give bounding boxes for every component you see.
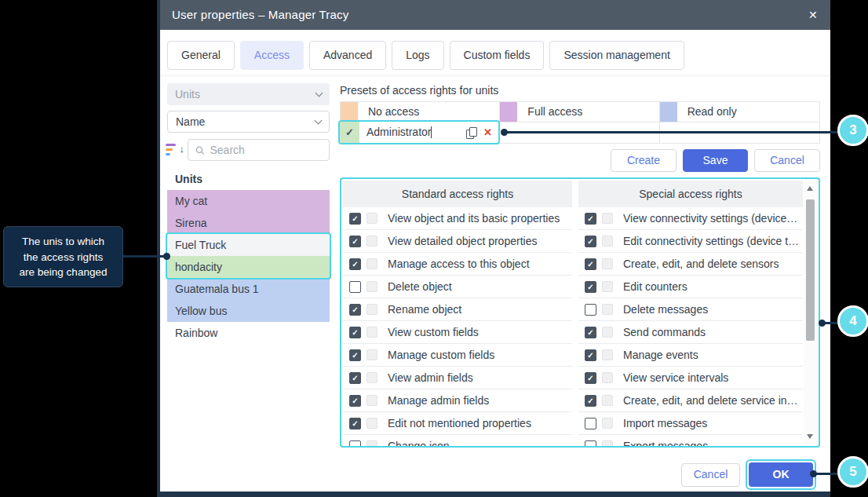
right-row[interactable]: View custom fields (343, 321, 572, 344)
right-checkbox[interactable] (349, 418, 361, 429)
right-checkbox[interactable] (349, 327, 361, 338)
name-filter-dropdown[interactable]: Name (167, 111, 330, 133)
right-checkbox[interactable] (585, 236, 596, 247)
unit-row[interactable]: Yellow bus (167, 300, 330, 322)
scroll-down-icon[interactable] (807, 434, 813, 439)
right-secondary-checkbox[interactable] (602, 327, 613, 338)
right-checkbox[interactable] (349, 304, 361, 316)
right-secondary-checkbox[interactable] (602, 213, 613, 224)
right-row[interactable]: View service intervals (578, 367, 803, 389)
right-checkbox[interactable] (585, 258, 596, 270)
unit-row[interactable]: Rainbow (167, 322, 330, 344)
right-checkbox[interactable] (349, 440, 361, 448)
right-checkbox[interactable] (585, 418, 596, 429)
right-secondary-checkbox[interactable] (367, 281, 377, 292)
preset-name-input[interactable]: Administrator (359, 122, 432, 143)
right-checkbox[interactable] (349, 281, 361, 293)
right-secondary-checkbox[interactable] (602, 281, 613, 292)
right-checkbox[interactable] (585, 281, 596, 293)
unit-row[interactable]: hondacity (167, 256, 330, 278)
right-row[interactable]: Edit connectivity settings (device type,… (578, 230, 803, 253)
search-input[interactable] (210, 144, 323, 156)
right-secondary-checkbox[interactable] (602, 236, 613, 247)
right-row[interactable]: View admin fields (343, 367, 572, 389)
right-checkbox[interactable] (585, 304, 596, 316)
right-secondary-checkbox[interactable] (367, 440, 377, 448)
right-secondary-checkbox[interactable] (367, 395, 377, 406)
right-secondary-checkbox[interactable] (367, 213, 377, 224)
right-row[interactable]: Create, edit, and delete service interva… (578, 389, 803, 412)
right-checkbox[interactable] (585, 327, 596, 338)
right-secondary-checkbox[interactable] (602, 304, 613, 315)
right-row[interactable]: Manage access to this object (343, 253, 572, 276)
right-secondary-checkbox[interactable] (367, 372, 377, 383)
right-secondary-checkbox[interactable] (602, 418, 613, 429)
tab-general[interactable]: General (167, 41, 235, 70)
right-secondary-checkbox[interactable] (367, 327, 377, 338)
right-checkbox[interactable] (349, 372, 361, 384)
right-row[interactable]: Delete messages (578, 298, 803, 321)
create-button[interactable]: Create (611, 149, 677, 172)
right-secondary-checkbox[interactable] (367, 258, 377, 269)
copy-icon[interactable] (466, 127, 477, 138)
remove-icon[interactable]: ✕ (483, 122, 492, 143)
search-box[interactable] (188, 139, 330, 161)
scrollbar-thumb[interactable] (806, 199, 815, 341)
unit-row[interactable]: My cat (167, 190, 330, 212)
right-row[interactable]: View detailed object properties (343, 230, 572, 253)
right-secondary-checkbox[interactable] (602, 440, 613, 448)
tab-access[interactable]: Access (240, 41, 304, 70)
right-secondary-checkbox[interactable] (367, 349, 377, 360)
right-row[interactable]: Export messages (578, 435, 803, 448)
right-row[interactable]: Change icon (343, 435, 572, 448)
right-row[interactable]: Edit counters (578, 276, 803, 298)
sort-icon[interactable]: ↓ (166, 142, 184, 158)
unit-row[interactable]: Sirena (167, 212, 330, 234)
tab-advanced[interactable]: Advanced (309, 41, 386, 70)
right-secondary-checkbox[interactable] (367, 236, 377, 247)
ok-button[interactable]: OK (749, 462, 813, 487)
preset-full-access[interactable]: Full access (500, 102, 659, 122)
right-checkbox[interactable] (585, 349, 596, 361)
right-row[interactable]: Import messages (578, 412, 803, 435)
close-icon[interactable]: ✕ (808, 0, 818, 30)
tab-logs[interactable]: Logs (392, 41, 443, 70)
right-checkbox[interactable] (585, 395, 596, 407)
scroll-up-icon[interactable] (807, 186, 813, 191)
tab-custom-fields[interactable]: Custom fields (450, 41, 545, 70)
right-checkbox[interactable] (349, 258, 361, 270)
right-checkbox[interactable] (585, 372, 596, 384)
preset-name-editor[interactable]: ✓ Administrator ✕ (338, 120, 500, 144)
right-row[interactable]: View connectivity settings (device type,… (578, 207, 803, 230)
right-secondary-checkbox[interactable] (602, 372, 613, 383)
right-row[interactable]: Edit not mentioned properties (343, 412, 572, 435)
right-row[interactable]: Send commands (578, 321, 803, 344)
right-secondary-checkbox[interactable] (602, 349, 613, 360)
preset-cancel-button[interactable]: Cancel (754, 149, 820, 172)
unit-row[interactable]: Fuel Truck (167, 234, 330, 256)
right-secondary-checkbox[interactable] (367, 304, 377, 315)
preset-read-only[interactable]: Read only (660, 102, 819, 122)
save-button[interactable]: Save (683, 149, 748, 172)
right-checkbox[interactable] (585, 440, 596, 448)
tab-session-management[interactable]: Session management (549, 41, 684, 70)
right-checkbox[interactable] (349, 213, 361, 225)
right-row[interactable]: Delete object (343, 276, 572, 298)
right-checkbox[interactable] (349, 349, 361, 361)
right-row[interactable]: View object and its basic properties (343, 207, 572, 230)
units-type-dropdown[interactable]: Units (167, 83, 330, 105)
right-checkbox[interactable] (349, 395, 361, 407)
right-secondary-checkbox[interactable] (602, 395, 613, 406)
right-checkbox[interactable] (585, 213, 596, 225)
right-row[interactable]: Rename object (343, 298, 572, 321)
right-secondary-checkbox[interactable] (602, 258, 613, 269)
dialog-cancel-button[interactable]: Cancel (681, 463, 740, 487)
right-row[interactable]: Manage admin fields (343, 389, 572, 412)
right-checkbox[interactable] (349, 236, 361, 247)
right-row[interactable]: Create, edit, and delete sensors (578, 253, 803, 276)
right-row[interactable]: Manage events (578, 344, 803, 367)
unit-row[interactable]: Guatemala bus 1 (167, 278, 330, 300)
right-row[interactable]: Manage custom fields (343, 344, 572, 367)
right-secondary-checkbox[interactable] (367, 418, 377, 429)
rights-scrollbar[interactable] (804, 181, 817, 444)
